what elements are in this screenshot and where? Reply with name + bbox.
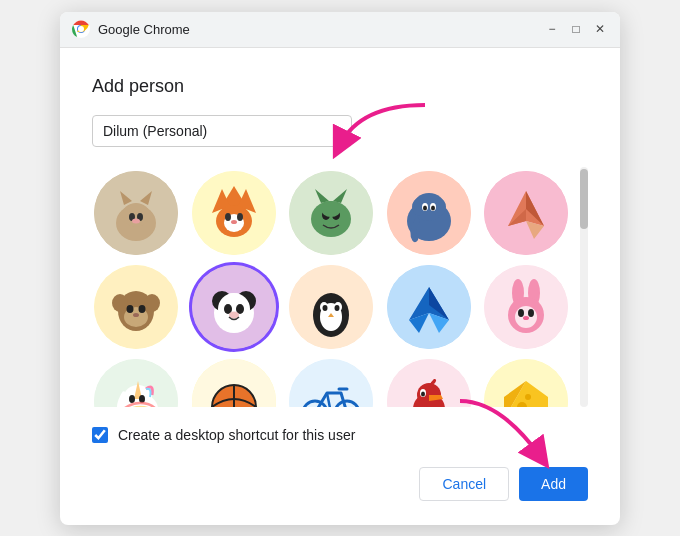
chrome-logo	[72, 20, 90, 38]
svg-point-43	[144, 294, 160, 312]
window-controls: − □ ✕	[544, 21, 608, 37]
avatar-monkey[interactable]	[94, 265, 178, 349]
avatar-cheese[interactable]	[484, 359, 568, 407]
minimize-button[interactable]: −	[544, 21, 560, 37]
avatar-elephant[interactable]	[387, 171, 471, 255]
svg-point-77	[528, 309, 534, 317]
svg-point-64	[335, 305, 340, 311]
svg-point-98	[421, 391, 425, 396]
scrollbar[interactable]	[580, 167, 588, 407]
avatar-red-bird[interactable]	[387, 359, 471, 407]
dialog-footer: Cancel Add	[92, 463, 588, 501]
avatars-grid-wrapper	[92, 167, 574, 407]
chrome-window: Google Chrome − □ ✕ Add person	[60, 12, 620, 525]
svg-point-83	[129, 395, 135, 403]
checkbox-row: Create a desktop shortcut for this user	[92, 427, 588, 443]
scrollbar-thumb[interactable]	[580, 169, 588, 229]
svg-point-34	[431, 205, 435, 210]
checkbox-label[interactable]: Create a desktop shortcut for this user	[118, 427, 355, 443]
svg-rect-88	[289, 359, 373, 407]
close-button[interactable]: ✕	[592, 21, 608, 37]
name-input[interactable]	[92, 115, 352, 147]
svg-point-42	[112, 294, 128, 312]
svg-point-46	[139, 305, 146, 313]
avatar-rabbit[interactable]	[484, 265, 568, 349]
avatar-dragon[interactable]	[289, 171, 373, 255]
svg-point-17	[237, 213, 243, 221]
svg-point-104	[525, 394, 531, 400]
avatar-fox[interactable]	[192, 171, 276, 255]
svg-point-1	[78, 26, 84, 32]
avatar-cat[interactable]	[94, 171, 178, 255]
svg-point-63	[323, 305, 328, 311]
svg-point-9	[132, 218, 140, 223]
svg-point-25	[321, 201, 341, 217]
svg-point-47	[133, 313, 139, 317]
avatar-crane[interactable]	[387, 265, 471, 349]
avatar-panda[interactable]	[192, 265, 276, 349]
desktop-shortcut-checkbox[interactable]	[92, 427, 108, 443]
svg-point-18	[231, 220, 237, 224]
avatar-bicycle[interactable]	[289, 359, 373, 407]
svg-point-16	[225, 213, 231, 221]
avatars-grid	[92, 167, 574, 407]
dialog-content: Add person	[60, 48, 620, 525]
dialog-heading: Add person	[92, 76, 588, 97]
avatars-section	[92, 167, 588, 407]
svg-point-78	[523, 316, 529, 320]
avatar-origami-peach[interactable]	[484, 171, 568, 255]
titlebar: Google Chrome − □ ✕	[60, 12, 620, 48]
window-title: Google Chrome	[98, 22, 544, 37]
svg-point-45	[127, 305, 134, 313]
maximize-button[interactable]: □	[568, 21, 584, 37]
add-button[interactable]: Add	[519, 467, 588, 501]
avatar-basketball[interactable]	[192, 359, 276, 407]
avatar-penguin[interactable]	[289, 265, 373, 349]
svg-point-76	[518, 309, 524, 317]
cancel-button[interactable]: Cancel	[419, 467, 509, 501]
avatar-unicorn[interactable]	[94, 359, 178, 407]
svg-point-33	[423, 205, 427, 210]
